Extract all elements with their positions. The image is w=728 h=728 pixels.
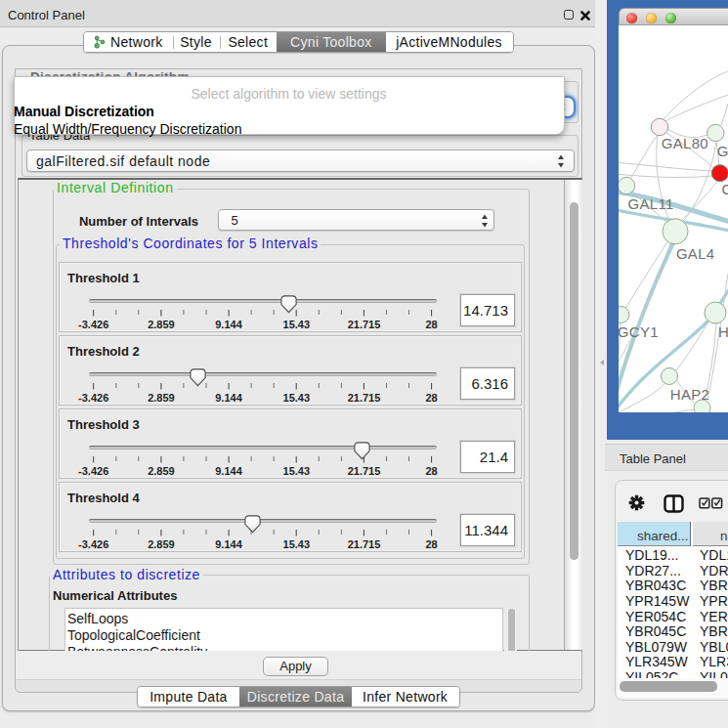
svg-text:GCY1: GCY1 xyxy=(619,323,659,340)
svg-text:HA: HA xyxy=(718,322,728,339)
svg-text:CCT: CCT xyxy=(721,181,728,197)
svg-text:HAP2: HAP2 xyxy=(670,385,709,402)
svg-text:GAL11: GAL11 xyxy=(628,195,674,212)
svg-text:GAL4: GAL4 xyxy=(676,244,715,261)
svg-text:GAL4: GAL4 xyxy=(717,142,728,158)
svg-text:GAL80: GAL80 xyxy=(662,135,708,151)
